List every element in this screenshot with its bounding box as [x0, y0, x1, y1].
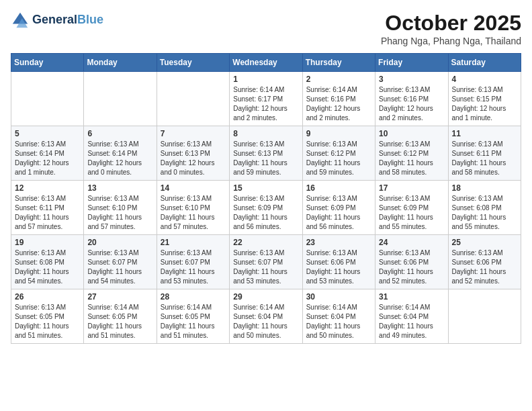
title-block: October 2025 Phang Nga, Phang Nga, Thail… [381, 11, 521, 46]
day-number: 11 [452, 129, 517, 138]
empty-cell [84, 72, 157, 126]
day-number: 24 [379, 238, 444, 247]
day-content: Sunrise: 6:13 AM Sunset: 6:06 PM Dayligh… [379, 248, 444, 286]
week-row-3: 12Sunrise: 6:13 AM Sunset: 6:11 PM Dayli… [11, 181, 521, 235]
day-cell-3: 3Sunrise: 6:13 AM Sunset: 6:16 PM Daylig… [375, 72, 448, 126]
day-number: 3 [379, 75, 444, 84]
day-number: 12 [15, 183, 80, 193]
day-cell-13: 13Sunrise: 6:13 AM Sunset: 6:10 PM Dayli… [84, 181, 157, 235]
day-cell-2: 2Sunrise: 6:14 AM Sunset: 6:16 PM Daylig… [302, 72, 375, 126]
page-header: GeneralBlue October 2025 Phang Nga, Phan… [11, 11, 521, 46]
day-content: Sunrise: 6:13 AM Sunset: 6:10 PM Dayligh… [161, 194, 226, 232]
day-content: Sunrise: 6:14 AM Sunset: 6:16 PM Dayligh… [306, 85, 371, 123]
day-number: 4 [452, 75, 517, 84]
day-content: Sunrise: 6:13 AM Sunset: 6:07 PM Dayligh… [87, 248, 152, 286]
weekday-header-tuesday: Tuesday [157, 54, 229, 72]
weekday-header-friday: Friday [375, 54, 448, 72]
day-number: 18 [452, 183, 517, 193]
day-cell-16: 16Sunrise: 6:13 AM Sunset: 6:09 PM Dayli… [302, 181, 375, 235]
day-content: Sunrise: 6:13 AM Sunset: 6:11 PM Dayligh… [452, 140, 517, 177]
day-number: 19 [15, 238, 80, 247]
week-row-1: 1Sunrise: 6:14 AM Sunset: 6:17 PM Daylig… [11, 72, 521, 126]
day-number: 1 [233, 75, 298, 84]
weekday-header-wednesday: Wednesday [230, 54, 302, 72]
week-row-5: 26Sunrise: 6:13 AM Sunset: 6:05 PM Dayli… [11, 289, 521, 344]
day-content: Sunrise: 6:13 AM Sunset: 6:06 PM Dayligh… [452, 248, 517, 286]
day-cell-9: 9Sunrise: 6:13 AM Sunset: 6:12 PM Daylig… [302, 126, 375, 181]
logo-icon [11, 11, 30, 30]
day-number: 30 [306, 292, 371, 302]
day-content: Sunrise: 6:13 AM Sunset: 6:09 PM Dayligh… [233, 194, 298, 232]
day-content: Sunrise: 6:13 AM Sunset: 6:13 PM Dayligh… [233, 140, 298, 177]
day-content: Sunrise: 6:13 AM Sunset: 6:09 PM Dayligh… [379, 194, 444, 232]
day-number: 27 [87, 292, 152, 302]
day-number: 22 [233, 238, 298, 247]
day-cell-5: 5Sunrise: 6:13 AM Sunset: 6:14 PM Daylig… [11, 126, 84, 181]
day-content: Sunrise: 6:13 AM Sunset: 6:08 PM Dayligh… [15, 248, 80, 286]
day-cell-22: 22Sunrise: 6:13 AM Sunset: 6:07 PM Dayli… [230, 235, 302, 289]
day-content: Sunrise: 6:13 AM Sunset: 6:15 PM Dayligh… [452, 85, 517, 123]
day-content: Sunrise: 6:14 AM Sunset: 6:05 PM Dayligh… [87, 303, 152, 340]
day-cell-10: 10Sunrise: 6:13 AM Sunset: 6:12 PM Dayli… [375, 126, 448, 181]
day-content: Sunrise: 6:13 AM Sunset: 6:16 PM Dayligh… [379, 85, 444, 123]
day-cell-18: 18Sunrise: 6:13 AM Sunset: 6:08 PM Dayli… [448, 181, 521, 235]
week-row-4: 19Sunrise: 6:13 AM Sunset: 6:08 PM Dayli… [11, 235, 521, 289]
day-content: Sunrise: 6:13 AM Sunset: 6:12 PM Dayligh… [306, 140, 371, 177]
day-cell-20: 20Sunrise: 6:13 AM Sunset: 6:07 PM Dayli… [84, 235, 157, 289]
day-content: Sunrise: 6:13 AM Sunset: 6:06 PM Dayligh… [306, 248, 371, 286]
day-number: 5 [15, 129, 80, 138]
day-number: 8 [233, 129, 298, 138]
day-content: Sunrise: 6:13 AM Sunset: 6:08 PM Dayligh… [452, 194, 517, 232]
day-number: 28 [161, 292, 226, 302]
day-cell-19: 19Sunrise: 6:13 AM Sunset: 6:08 PM Dayli… [11, 235, 84, 289]
logo: GeneralBlue [11, 11, 103, 30]
location: Phang Nga, Phang Nga, Thailand [381, 36, 521, 46]
day-content: Sunrise: 6:13 AM Sunset: 6:10 PM Dayligh… [87, 194, 152, 232]
day-content: Sunrise: 6:13 AM Sunset: 6:13 PM Dayligh… [161, 140, 226, 177]
day-cell-29: 29Sunrise: 6:14 AM Sunset: 6:04 PM Dayli… [230, 289, 302, 344]
day-number: 6 [87, 129, 152, 138]
day-content: Sunrise: 6:14 AM Sunset: 6:05 PM Dayligh… [161, 303, 226, 340]
day-number: 15 [233, 183, 298, 193]
day-number: 10 [379, 129, 444, 138]
empty-cell [11, 72, 84, 126]
day-cell-25: 25Sunrise: 6:13 AM Sunset: 6:06 PM Dayli… [448, 235, 521, 289]
day-cell-14: 14Sunrise: 6:13 AM Sunset: 6:10 PM Dayli… [157, 181, 229, 235]
day-cell-6: 6Sunrise: 6:13 AM Sunset: 6:14 PM Daylig… [84, 126, 157, 181]
day-cell-26: 26Sunrise: 6:13 AM Sunset: 6:05 PM Dayli… [11, 289, 84, 344]
day-number: 25 [452, 238, 517, 247]
day-number: 13 [87, 183, 152, 193]
day-content: Sunrise: 6:14 AM Sunset: 6:04 PM Dayligh… [379, 303, 444, 340]
day-content: Sunrise: 6:13 AM Sunset: 6:05 PM Dayligh… [15, 303, 80, 340]
day-cell-21: 21Sunrise: 6:13 AM Sunset: 6:07 PM Dayli… [157, 235, 229, 289]
weekday-header-saturday: Saturday [448, 54, 521, 72]
day-content: Sunrise: 6:14 AM Sunset: 6:17 PM Dayligh… [233, 85, 298, 123]
day-number: 7 [161, 129, 226, 138]
day-number: 16 [306, 183, 371, 193]
day-number: 20 [87, 238, 152, 247]
day-cell-12: 12Sunrise: 6:13 AM Sunset: 6:11 PM Dayli… [11, 181, 84, 235]
day-cell-27: 27Sunrise: 6:14 AM Sunset: 6:05 PM Dayli… [84, 289, 157, 344]
day-number: 26 [15, 292, 80, 302]
day-number: 23 [306, 238, 371, 247]
day-cell-31: 31Sunrise: 6:14 AM Sunset: 6:04 PM Dayli… [375, 289, 448, 344]
day-cell-17: 17Sunrise: 6:13 AM Sunset: 6:09 PM Dayli… [375, 181, 448, 235]
day-number: 21 [161, 238, 226, 247]
day-cell-28: 28Sunrise: 6:14 AM Sunset: 6:05 PM Dayli… [157, 289, 229, 344]
day-cell-24: 24Sunrise: 6:13 AM Sunset: 6:06 PM Dayli… [375, 235, 448, 289]
day-cell-8: 8Sunrise: 6:13 AM Sunset: 6:13 PM Daylig… [230, 126, 302, 181]
day-number: 29 [233, 292, 298, 302]
day-cell-11: 11Sunrise: 6:13 AM Sunset: 6:11 PM Dayli… [448, 126, 521, 181]
day-cell-4: 4Sunrise: 6:13 AM Sunset: 6:15 PM Daylig… [448, 72, 521, 126]
day-number: 31 [379, 292, 444, 302]
week-row-2: 5Sunrise: 6:13 AM Sunset: 6:14 PM Daylig… [11, 126, 521, 181]
day-content: Sunrise: 6:13 AM Sunset: 6:09 PM Dayligh… [306, 194, 371, 232]
day-content: Sunrise: 6:14 AM Sunset: 6:04 PM Dayligh… [233, 303, 298, 340]
day-content: Sunrise: 6:13 AM Sunset: 6:07 PM Dayligh… [161, 248, 226, 286]
weekday-header-row: SundayMondayTuesdayWednesdayThursdayFrid… [11, 54, 521, 72]
weekday-header-sunday: Sunday [11, 54, 84, 72]
day-number: 14 [161, 183, 226, 193]
day-content: Sunrise: 6:14 AM Sunset: 6:04 PM Dayligh… [306, 303, 371, 340]
day-cell-1: 1Sunrise: 6:14 AM Sunset: 6:17 PM Daylig… [230, 72, 302, 126]
day-content: Sunrise: 6:13 AM Sunset: 6:11 PM Dayligh… [15, 194, 80, 232]
